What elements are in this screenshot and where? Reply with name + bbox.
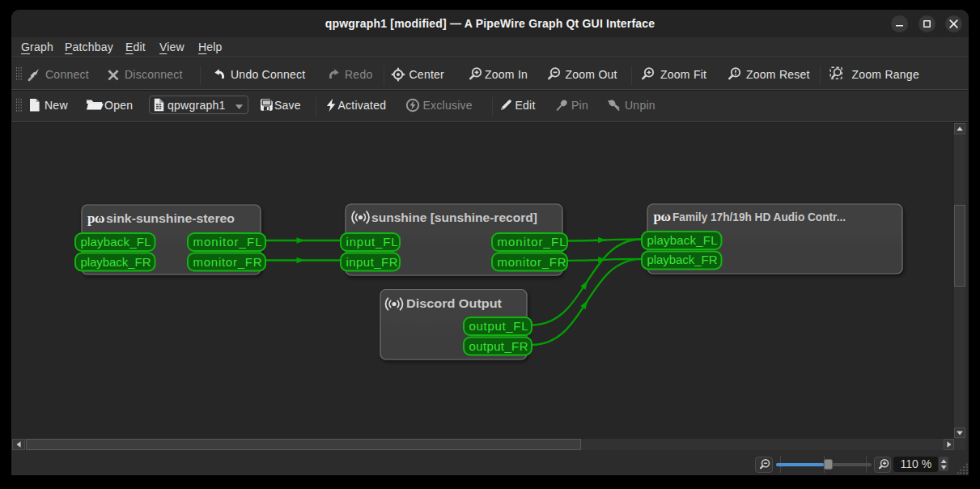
svg-text:Discord Output: Discord Output	[406, 297, 502, 310]
svg-text:pω: pω	[87, 210, 104, 226]
svg-text:Family 17h/19h HD Audio Contr.: Family 17h/19h HD Audio Contr...	[672, 210, 846, 223]
svg-text:output_FR: output_FR	[469, 339, 528, 353]
svg-text:input_FR: input_FR	[346, 255, 398, 269]
svg-text:output_FL: output_FL	[469, 319, 528, 333]
svg-text:playback_FR: playback_FR	[647, 253, 718, 266]
svg-text:sunshine [sunshine-record]: sunshine [sunshine-record]	[371, 211, 537, 224]
svg-text:input_FL: input_FL	[346, 235, 398, 249]
svg-text:pω: pω	[654, 209, 671, 224]
svg-text:monitor_FL: monitor_FL	[498, 235, 566, 249]
svg-text:monitor_FR: monitor_FR	[498, 255, 566, 269]
svg-text:monitor_FL: monitor_FL	[193, 235, 262, 249]
svg-text:sink-sunshine-stereo: sink-sunshine-stereo	[106, 212, 235, 225]
svg-text:playback_FL: playback_FL	[81, 235, 151, 249]
svg-text:monitor_FR: monitor_FR	[193, 255, 262, 269]
svg-text:playback_FL: playback_FL	[647, 233, 718, 247]
svg-text:playback_FR: playback_FR	[81, 255, 151, 269]
